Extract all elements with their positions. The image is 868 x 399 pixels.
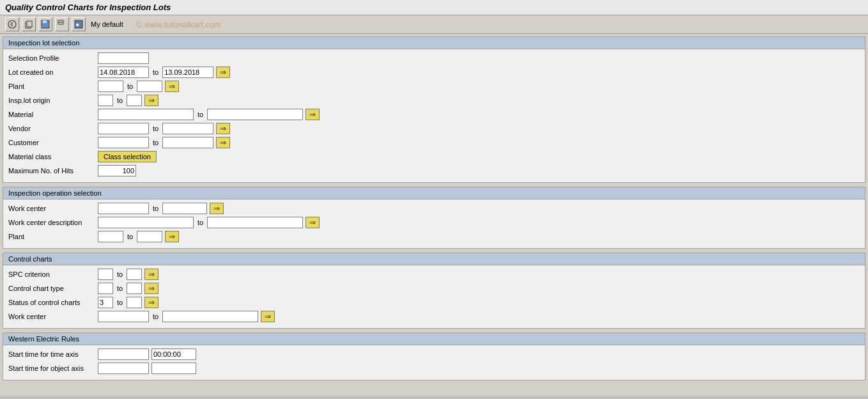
class-selection-button[interactable]: Class selection [98,151,157,162]
input-start-object-axis-time[interactable] [151,363,196,374]
row-plant-op: Plant to [8,230,860,243]
input-spc-from[interactable] [98,269,113,280]
section-western-electric: Western Electric Rules Start time for ti… [3,332,865,380]
row-work-center-desc: Work center description to [8,216,860,229]
to-label-insp: to [117,97,123,104]
search-btn[interactable] [55,17,69,31]
row-selection-profile: Selection Profile [8,52,860,65]
section-western-electric-body: Start time for time axis Start time for … [3,345,865,380]
label-material: Material [8,111,98,118]
input-plant-from[interactable] [98,81,123,92]
label-material-class: Material class [8,153,98,160]
input-work-center-cc-from[interactable] [98,311,149,322]
default-label: My default [91,20,123,28]
section-inspection-operation-header: Inspection operation selection [3,187,865,199]
arrow-btn-plant[interactable] [165,81,179,92]
arrow-btn-status-cc[interactable] [144,297,159,308]
copy-btn[interactable] [22,17,36,31]
label-work-center: Work center [8,205,98,212]
to-label-wcd: to [198,219,203,226]
label-max-hits: Maximum No. of Hits [8,167,98,175]
input-start-time-axis-time[interactable] [151,348,196,360]
label-customer: Customer [8,139,98,146]
svg-rect-4 [43,20,47,23]
input-work-center-to[interactable] [162,203,207,214]
section-western-electric-header: Western Electric Rules [3,333,865,345]
input-material-from[interactable] [98,109,194,120]
input-lot-created-to[interactable] [162,66,213,78]
to-label-customer: to [153,139,159,146]
row-material-class: Material class Class selection [8,150,860,163]
arrow-btn-wcd[interactable] [306,217,320,228]
row-work-center-cc: Work center to [8,310,860,323]
section-control-charts-body: SPC criterion to Control chart type to S… [3,265,865,328]
svg-text:■: ■ [76,22,79,27]
save-btn[interactable] [38,17,52,31]
input-work-center-cc-to[interactable] [162,311,258,322]
input-plant-to[interactable] [137,81,162,92]
arrow-btn-spc[interactable] [144,269,159,280]
input-vendor-from[interactable] [98,123,149,134]
section-inspection-operation: Inspection operation selection Work cent… [3,187,865,249]
to-label-cct: to [117,285,123,292]
arrow-btn-lot[interactable] [216,66,230,78]
arrow-btn-wc-cc[interactable] [261,311,275,322]
input-cct-to[interactable] [127,283,142,294]
label-status-cc: Status of control charts [8,299,98,306]
to-label-status-cc: to [117,299,123,306]
input-plant-op-to[interactable] [137,231,162,242]
row-lot-created-on: Lot created on to [8,66,860,79]
main-content: Inspection lot selection Selection Profi… [0,34,868,396]
to-label-wc: to [153,205,159,212]
input-insp-lot-origin-from[interactable] [98,95,113,106]
to-label-plant-op: to [127,233,133,240]
watermark: © www.tutorialkart.com [136,20,221,29]
arrow-btn-material[interactable] [306,109,320,120]
input-customer-from[interactable] [98,137,149,148]
row-material: Material to [8,108,860,121]
input-cct-from[interactable] [98,283,113,294]
arrow-btn-cct[interactable] [144,283,159,294]
input-work-center-desc-to[interactable] [207,217,303,228]
arrow-btn-plant-op[interactable] [165,231,179,242]
row-plant-1: Plant to [8,80,860,93]
input-material-to[interactable] [207,109,303,120]
row-start-object-axis: Start time for object axis [8,362,860,375]
input-selection-profile[interactable] [98,52,149,64]
arrow-btn-customer[interactable] [216,137,230,148]
input-spc-to[interactable] [127,269,142,280]
section-inspection-lot-header: Inspection lot selection [3,37,865,49]
input-start-object-axis-value[interactable] [98,363,149,374]
input-vendor-to[interactable] [162,123,213,134]
arrow-btn-insp[interactable] [144,95,159,106]
input-status-cc-to[interactable] [127,297,142,308]
input-insp-lot-origin-to[interactable] [127,95,142,106]
row-vendor: Vendor to [8,122,860,135]
label-work-center-cc: Work center [8,313,98,320]
row-customer: Customer to [8,136,860,149]
label-spc: SPC criterion [8,270,98,278]
input-work-center-from[interactable] [98,203,149,214]
page-title: Quality Control Charts for Inspection Lo… [0,0,868,15]
settings-btn[interactable]: ■ [72,17,86,31]
arrow-btn-wc[interactable] [210,203,224,214]
section-inspection-lot: Inspection lot selection Selection Profi… [3,36,865,183]
row-insp-lot-origin: Insp.lot origin to [8,94,860,107]
arrow-btn-vendor[interactable] [216,123,230,134]
svg-rect-2 [27,21,32,27]
input-lot-created-from[interactable] [98,66,149,78]
to-label-lot: to [153,68,159,76]
row-status-cc: Status of control charts to [8,296,860,309]
input-work-center-desc-from[interactable] [98,217,194,228]
input-start-time-axis-value[interactable] [98,348,149,360]
to-label-vendor: to [153,125,159,132]
to-label-plant: to [127,82,133,90]
label-start-time-axis: Start time for time axis [8,350,98,358]
toolbar: ■ My default © www.tutorialkart.com [0,15,868,34]
to-label-material: to [198,111,203,118]
input-customer-to[interactable] [162,137,213,148]
back-btn[interactable] [5,17,19,31]
input-plant-op-from[interactable] [98,231,123,242]
input-status-cc-from[interactable] [98,297,113,308]
input-max-hits[interactable] [98,165,136,176]
